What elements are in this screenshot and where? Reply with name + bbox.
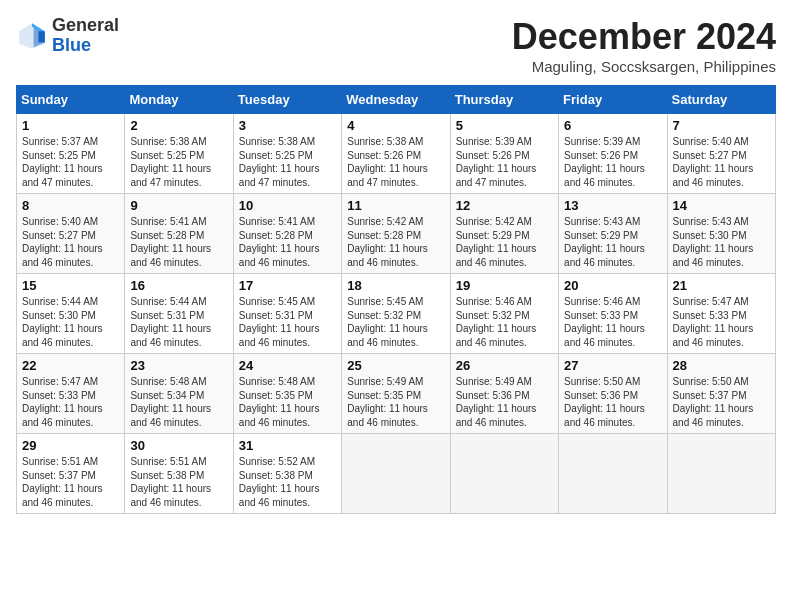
calendar-day-cell: 24Sunrise: 5:48 AMSunset: 5:35 PMDayligh… xyxy=(233,354,341,434)
day-detail: Sunrise: 5:42 AMSunset: 5:29 PMDaylight:… xyxy=(456,215,553,269)
day-number: 25 xyxy=(347,358,444,373)
day-number: 17 xyxy=(239,278,336,293)
calendar-day-cell: 17Sunrise: 5:45 AMSunset: 5:31 PMDayligh… xyxy=(233,274,341,354)
day-number: 18 xyxy=(347,278,444,293)
calendar-day-cell xyxy=(559,434,667,514)
calendar-day-cell: 5Sunrise: 5:39 AMSunset: 5:26 PMDaylight… xyxy=(450,114,558,194)
calendar-day-cell: 8Sunrise: 5:40 AMSunset: 5:27 PMDaylight… xyxy=(17,194,125,274)
day-number: 16 xyxy=(130,278,227,293)
calendar-day-cell: 7Sunrise: 5:40 AMSunset: 5:27 PMDaylight… xyxy=(667,114,775,194)
day-detail: Sunrise: 5:50 AMSunset: 5:37 PMDaylight:… xyxy=(673,375,770,429)
day-number: 10 xyxy=(239,198,336,213)
day-number: 26 xyxy=(456,358,553,373)
day-number: 2 xyxy=(130,118,227,133)
day-number: 30 xyxy=(130,438,227,453)
day-detail: Sunrise: 5:44 AMSunset: 5:31 PMDaylight:… xyxy=(130,295,227,349)
logo-icon xyxy=(16,20,48,52)
day-number: 15 xyxy=(22,278,119,293)
logo: General Blue xyxy=(16,16,119,56)
day-detail: Sunrise: 5:50 AMSunset: 5:36 PMDaylight:… xyxy=(564,375,661,429)
day-number: 14 xyxy=(673,198,770,213)
day-number: 9 xyxy=(130,198,227,213)
day-detail: Sunrise: 5:38 AMSunset: 5:26 PMDaylight:… xyxy=(347,135,444,189)
day-detail: Sunrise: 5:52 AMSunset: 5:38 PMDaylight:… xyxy=(239,455,336,509)
day-detail: Sunrise: 5:46 AMSunset: 5:32 PMDaylight:… xyxy=(456,295,553,349)
calendar-day-cell: 28Sunrise: 5:50 AMSunset: 5:37 PMDayligh… xyxy=(667,354,775,434)
day-number: 20 xyxy=(564,278,661,293)
calendar-day-cell: 26Sunrise: 5:49 AMSunset: 5:36 PMDayligh… xyxy=(450,354,558,434)
month-year-title: December 2024 xyxy=(512,16,776,58)
calendar-day-cell: 3Sunrise: 5:38 AMSunset: 5:25 PMDaylight… xyxy=(233,114,341,194)
day-detail: Sunrise: 5:47 AMSunset: 5:33 PMDaylight:… xyxy=(22,375,119,429)
day-number: 4 xyxy=(347,118,444,133)
calendar-day-cell: 10Sunrise: 5:41 AMSunset: 5:28 PMDayligh… xyxy=(233,194,341,274)
day-number: 3 xyxy=(239,118,336,133)
day-detail: Sunrise: 5:41 AMSunset: 5:28 PMDaylight:… xyxy=(239,215,336,269)
day-detail: Sunrise: 5:38 AMSunset: 5:25 PMDaylight:… xyxy=(239,135,336,189)
calendar-week-row: 29Sunrise: 5:51 AMSunset: 5:37 PMDayligh… xyxy=(17,434,776,514)
calendar-day-cell: 22Sunrise: 5:47 AMSunset: 5:33 PMDayligh… xyxy=(17,354,125,434)
day-detail: Sunrise: 5:48 AMSunset: 5:35 PMDaylight:… xyxy=(239,375,336,429)
day-number: 8 xyxy=(22,198,119,213)
calendar-day-cell xyxy=(450,434,558,514)
day-detail: Sunrise: 5:41 AMSunset: 5:28 PMDaylight:… xyxy=(130,215,227,269)
calendar-week-row: 15Sunrise: 5:44 AMSunset: 5:30 PMDayligh… xyxy=(17,274,776,354)
day-number: 31 xyxy=(239,438,336,453)
weekday-header-monday: Monday xyxy=(125,86,233,114)
calendar-day-cell: 23Sunrise: 5:48 AMSunset: 5:34 PMDayligh… xyxy=(125,354,233,434)
day-detail: Sunrise: 5:48 AMSunset: 5:34 PMDaylight:… xyxy=(130,375,227,429)
calendar-day-cell: 19Sunrise: 5:46 AMSunset: 5:32 PMDayligh… xyxy=(450,274,558,354)
calendar-day-cell xyxy=(342,434,450,514)
day-number: 1 xyxy=(22,118,119,133)
day-detail: Sunrise: 5:39 AMSunset: 5:26 PMDaylight:… xyxy=(564,135,661,189)
calendar-day-cell: 12Sunrise: 5:42 AMSunset: 5:29 PMDayligh… xyxy=(450,194,558,274)
weekday-header-sunday: Sunday xyxy=(17,86,125,114)
calendar-day-cell: 30Sunrise: 5:51 AMSunset: 5:38 PMDayligh… xyxy=(125,434,233,514)
day-detail: Sunrise: 5:46 AMSunset: 5:33 PMDaylight:… xyxy=(564,295,661,349)
calendar-day-cell: 27Sunrise: 5:50 AMSunset: 5:36 PMDayligh… xyxy=(559,354,667,434)
day-number: 6 xyxy=(564,118,661,133)
calendar-day-cell: 16Sunrise: 5:44 AMSunset: 5:31 PMDayligh… xyxy=(125,274,233,354)
day-detail: Sunrise: 5:37 AMSunset: 5:25 PMDaylight:… xyxy=(22,135,119,189)
calendar-day-cell: 9Sunrise: 5:41 AMSunset: 5:28 PMDaylight… xyxy=(125,194,233,274)
weekday-header-wednesday: Wednesday xyxy=(342,86,450,114)
day-number: 22 xyxy=(22,358,119,373)
weekday-header-friday: Friday xyxy=(559,86,667,114)
day-number: 29 xyxy=(22,438,119,453)
logo-general-text: General xyxy=(52,16,119,36)
day-number: 13 xyxy=(564,198,661,213)
day-detail: Sunrise: 5:38 AMSunset: 5:25 PMDaylight:… xyxy=(130,135,227,189)
day-number: 24 xyxy=(239,358,336,373)
day-number: 7 xyxy=(673,118,770,133)
day-number: 23 xyxy=(130,358,227,373)
day-detail: Sunrise: 5:51 AMSunset: 5:37 PMDaylight:… xyxy=(22,455,119,509)
calendar-day-cell: 13Sunrise: 5:43 AMSunset: 5:29 PMDayligh… xyxy=(559,194,667,274)
day-number: 5 xyxy=(456,118,553,133)
calendar-week-row: 8Sunrise: 5:40 AMSunset: 5:27 PMDaylight… xyxy=(17,194,776,274)
calendar-day-cell: 29Sunrise: 5:51 AMSunset: 5:37 PMDayligh… xyxy=(17,434,125,514)
day-number: 27 xyxy=(564,358,661,373)
weekday-header-tuesday: Tuesday xyxy=(233,86,341,114)
svg-marker-3 xyxy=(38,31,44,42)
day-number: 28 xyxy=(673,358,770,373)
calendar-day-cell: 6Sunrise: 5:39 AMSunset: 5:26 PMDaylight… xyxy=(559,114,667,194)
calendar-day-cell: 4Sunrise: 5:38 AMSunset: 5:26 PMDaylight… xyxy=(342,114,450,194)
page-header: General Blue December 2024 Maguling, Soc… xyxy=(16,16,776,75)
weekday-header-row: SundayMondayTuesdayWednesdayThursdayFrid… xyxy=(17,86,776,114)
day-detail: Sunrise: 5:43 AMSunset: 5:30 PMDaylight:… xyxy=(673,215,770,269)
logo-text: General Blue xyxy=(52,16,119,56)
day-detail: Sunrise: 5:45 AMSunset: 5:31 PMDaylight:… xyxy=(239,295,336,349)
day-detail: Sunrise: 5:47 AMSunset: 5:33 PMDaylight:… xyxy=(673,295,770,349)
calendar-header: SundayMondayTuesdayWednesdayThursdayFrid… xyxy=(17,86,776,114)
day-number: 11 xyxy=(347,198,444,213)
calendar-day-cell: 15Sunrise: 5:44 AMSunset: 5:30 PMDayligh… xyxy=(17,274,125,354)
calendar-day-cell: 2Sunrise: 5:38 AMSunset: 5:25 PMDaylight… xyxy=(125,114,233,194)
weekday-header-saturday: Saturday xyxy=(667,86,775,114)
title-block: December 2024 Maguling, Soccsksargen, Ph… xyxy=(512,16,776,75)
day-detail: Sunrise: 5:49 AMSunset: 5:35 PMDaylight:… xyxy=(347,375,444,429)
calendar-day-cell: 20Sunrise: 5:46 AMSunset: 5:33 PMDayligh… xyxy=(559,274,667,354)
day-detail: Sunrise: 5:44 AMSunset: 5:30 PMDaylight:… xyxy=(22,295,119,349)
day-number: 19 xyxy=(456,278,553,293)
day-detail: Sunrise: 5:45 AMSunset: 5:32 PMDaylight:… xyxy=(347,295,444,349)
day-detail: Sunrise: 5:51 AMSunset: 5:38 PMDaylight:… xyxy=(130,455,227,509)
